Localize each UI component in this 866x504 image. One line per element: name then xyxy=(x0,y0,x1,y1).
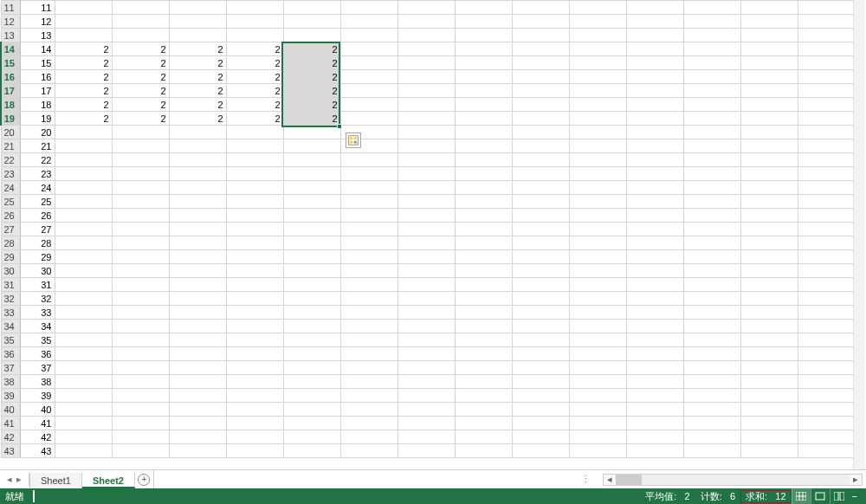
cell[interactable] xyxy=(798,153,855,167)
cell[interactable] xyxy=(798,209,855,223)
cell[interactable]: 34 xyxy=(20,320,55,333)
cell[interactable] xyxy=(626,430,683,444)
cell[interactable] xyxy=(55,181,112,195)
cell[interactable] xyxy=(112,417,169,430)
cell[interactable] xyxy=(397,264,455,278)
cell[interactable] xyxy=(569,333,626,347)
cell[interactable] xyxy=(226,444,283,458)
cell[interactable] xyxy=(112,264,169,278)
row-header[interactable]: 34 xyxy=(1,320,20,333)
cell[interactable] xyxy=(226,403,283,417)
cell[interactable] xyxy=(798,320,855,333)
cell[interactable] xyxy=(226,417,283,430)
cell[interactable] xyxy=(626,56,683,70)
cell[interactable] xyxy=(283,167,340,181)
cell[interactable] xyxy=(798,306,855,320)
cell[interactable]: 2 xyxy=(226,42,283,56)
cell[interactable] xyxy=(626,389,683,403)
cell[interactable] xyxy=(455,403,512,417)
cell[interactable] xyxy=(226,126,283,139)
cell[interactable] xyxy=(112,209,169,223)
cell[interactable] xyxy=(740,70,798,84)
cell[interactable] xyxy=(397,389,455,403)
cell[interactable] xyxy=(283,361,340,375)
cell[interactable]: 2 xyxy=(283,84,340,98)
cell[interactable] xyxy=(397,70,455,84)
cell[interactable] xyxy=(455,333,512,347)
cell[interactable] xyxy=(798,430,855,444)
cell[interactable] xyxy=(740,236,798,250)
cell[interactable] xyxy=(512,236,569,250)
cell[interactable] xyxy=(798,278,855,292)
cell[interactable] xyxy=(626,84,683,98)
cell[interactable]: 24 xyxy=(20,181,55,195)
cell[interactable] xyxy=(397,1,455,15)
cell[interactable] xyxy=(283,236,340,250)
cell[interactable] xyxy=(397,56,455,70)
cell[interactable] xyxy=(798,347,855,361)
cell[interactable] xyxy=(740,278,798,292)
cell[interactable] xyxy=(455,250,512,264)
cell[interactable] xyxy=(683,223,740,236)
cell[interactable]: 2 xyxy=(55,70,112,84)
cell[interactable] xyxy=(397,250,455,264)
cell[interactable] xyxy=(569,84,626,98)
cell[interactable]: 2 xyxy=(112,112,169,126)
cell[interactable]: 40 xyxy=(20,403,55,417)
cell[interactable] xyxy=(798,361,855,375)
cell[interactable] xyxy=(569,15,626,29)
cell[interactable] xyxy=(626,361,683,375)
cell[interactable] xyxy=(169,236,226,250)
cell[interactable] xyxy=(397,195,455,209)
cell[interactable]: 33 xyxy=(20,306,55,320)
cell[interactable] xyxy=(283,320,340,333)
cell[interactable] xyxy=(169,223,226,236)
cell[interactable] xyxy=(683,250,740,264)
cell[interactable] xyxy=(740,417,798,430)
cell[interactable] xyxy=(397,126,455,139)
cell[interactable]: 2 xyxy=(226,112,283,126)
cell[interactable] xyxy=(112,236,169,250)
cell[interactable] xyxy=(798,112,855,126)
cell[interactable] xyxy=(112,292,169,306)
horizontal-scrollbar[interactable]: ◂ ▸ xyxy=(603,474,863,486)
cell[interactable] xyxy=(455,361,512,375)
cell[interactable]: 37 xyxy=(20,361,55,375)
row-header[interactable]: 33 xyxy=(1,306,20,320)
cell[interactable] xyxy=(283,1,340,15)
cell[interactable]: 23 xyxy=(20,167,55,181)
cell[interactable] xyxy=(340,167,397,181)
cell[interactable] xyxy=(512,112,569,126)
cell[interactable] xyxy=(397,181,455,195)
cell[interactable] xyxy=(626,181,683,195)
row-header[interactable]: 29 xyxy=(1,250,20,264)
quick-analysis-button[interactable] xyxy=(346,132,361,148)
cell[interactable] xyxy=(683,153,740,167)
cell[interactable] xyxy=(798,292,855,306)
cell[interactable]: 2 xyxy=(226,84,283,98)
cell[interactable] xyxy=(512,389,569,403)
cell[interactable] xyxy=(397,223,455,236)
cell[interactable] xyxy=(626,264,683,278)
cell[interactable] xyxy=(740,29,798,42)
cell[interactable]: 2 xyxy=(169,112,226,126)
cell[interactable] xyxy=(55,347,112,361)
cell[interactable]: 35 xyxy=(20,333,55,347)
cell[interactable] xyxy=(226,236,283,250)
cell[interactable] xyxy=(283,417,340,430)
cell[interactable] xyxy=(55,15,112,29)
cell[interactable] xyxy=(283,292,340,306)
cell[interactable] xyxy=(340,430,397,444)
cell[interactable] xyxy=(512,1,569,15)
cell[interactable] xyxy=(55,389,112,403)
cell[interactable] xyxy=(397,333,455,347)
cell[interactable] xyxy=(455,42,512,56)
cell[interactable]: 18 xyxy=(20,98,55,112)
cell[interactable] xyxy=(569,320,626,333)
cell[interactable] xyxy=(55,375,112,389)
cell[interactable] xyxy=(226,306,283,320)
cell[interactable] xyxy=(226,195,283,209)
row-header[interactable]: 38 xyxy=(1,375,20,389)
cell[interactable] xyxy=(55,223,112,236)
cell[interactable]: 2 xyxy=(169,42,226,56)
